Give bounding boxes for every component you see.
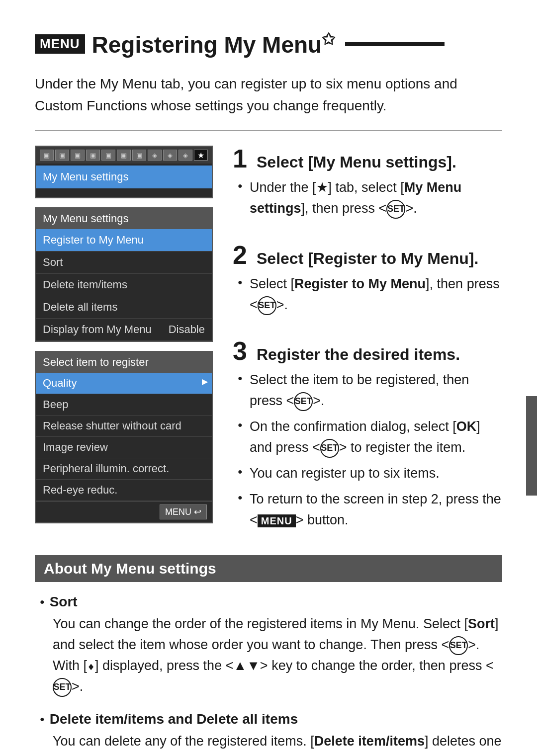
- tab-icon-2: ▣: [55, 150, 69, 161]
- step-3-block: 3 Register the desired items. Select the…: [233, 338, 502, 535]
- step-2-bullet-1: Select [Register to My Menu], then press…: [238, 274, 502, 316]
- step-2-title: Select [Register to My Menu].: [257, 250, 478, 268]
- step-3-header: 3 Register the desired items.: [233, 338, 502, 364]
- tab-icon-star: ★: [194, 150, 208, 161]
- about-item-delete: Delete item/items and Delete all items Y…: [35, 711, 502, 756]
- step-1-number: 1: [233, 146, 251, 171]
- instructions-column: 1 Select [My Menu settings]. Under the […: [233, 146, 502, 535]
- screen2-item-delete-all: Delete all items: [36, 296, 212, 319]
- screen2-item-register: Register to My Menu: [36, 229, 212, 252]
- step-3-number: 3: [233, 338, 251, 364]
- about-section: About My Menu settings Sort You can chan…: [35, 555, 502, 756]
- page-title: Registering My Menu✩: [92, 30, 336, 58]
- about-header: About My Menu settings: [35, 555, 502, 582]
- screen3-item-quality: Quality: [36, 373, 212, 394]
- step-2-block: 2 Select [Register to My Menu]. Select […: [233, 242, 502, 321]
- step-2-bullets: Select [Register to My Menu], then press…: [233, 274, 502, 321]
- menu-badge: MENU: [35, 34, 85, 54]
- step-3-bullets: Select the item to be registered, then p…: [233, 370, 502, 535]
- tab-icon-1: ▣: [40, 150, 54, 161]
- about-item-sort-text: You can change the order of the register…: [40, 614, 502, 697]
- screen2-header: My Menu settings: [36, 208, 212, 229]
- step-3-bullet-1: Select the item to be registered, then p…: [238, 370, 502, 412]
- about-item-sort: Sort You can change the order of the reg…: [35, 594, 502, 697]
- screen2-item-display: Display from My Menu Disable: [36, 319, 212, 341]
- step-1-header: 1 Select [My Menu settings].: [233, 146, 502, 171]
- tab-icons-row: ▣ ▣ ▣ ▣ ▣ ▣ ▣ ◈ ◈ ◈ ★: [36, 147, 212, 164]
- about-item-delete-title: Delete item/items and Delete all items: [40, 711, 502, 727]
- screen3-item-redeye: Red-eye reduc.: [36, 480, 212, 501]
- divider: [35, 130, 502, 131]
- menu-back-button: MENU ↩: [160, 504, 207, 519]
- tab-icon-4: ▣: [86, 150, 100, 161]
- step-1-bullets: Under the [★] tab, select [My Menu setti…: [233, 177, 502, 224]
- screen3-item-peripheral: Peripheral illumin. correct.: [36, 458, 212, 480]
- tab-icon-6: ▣: [117, 150, 131, 161]
- step-3-bullet-4: To return to the screen in step 2, press…: [238, 489, 502, 531]
- title-line: [345, 42, 445, 46]
- tab-icon-7: ▣: [132, 150, 146, 161]
- step-1-title: Select [My Menu settings].: [257, 153, 456, 171]
- screen3-item-image-review: Image review: [36, 437, 212, 458]
- screen3-item-beep: Beep: [36, 394, 212, 416]
- step-3-bullet-2: On the confirmation dialog, select [OK] …: [238, 417, 502, 458]
- screen1: ▣ ▣ ▣ ▣ ▣ ▣ ▣ ◈ ◈ ◈ ★ My Menu settings: [35, 146, 213, 198]
- step-2-header: 2 Select [Register to My Menu].: [233, 242, 502, 268]
- intro-text: Under the My Menu tab, you can register …: [35, 73, 502, 116]
- screen3-header: Select item to register: [36, 352, 212, 373]
- step-1-bullet-1: Under the [★] tab, select [My Menu setti…: [238, 177, 502, 219]
- step-2-number: 2: [233, 242, 251, 268]
- tab-icon-3: ▣: [71, 150, 85, 161]
- step-3-title: Register the desired items.: [257, 345, 460, 364]
- step-1-block: 1 Select [My Menu settings]. Under the […: [233, 146, 502, 224]
- screen3-item-release: Release shutter without card: [36, 416, 212, 437]
- step-3-bullet-3: You can register up to six items.: [238, 463, 502, 484]
- screen3-footer: MENU ↩: [36, 501, 212, 522]
- about-item-sort-title: Sort: [40, 594, 502, 610]
- screen2-item-delete: Delete item/items: [36, 274, 212, 296]
- screen3: Select item to register Quality Beep Rel…: [35, 351, 213, 523]
- steps-area: ▣ ▣ ▣ ▣ ▣ ▣ ▣ ◈ ◈ ◈ ★ My Menu settings M…: [35, 146, 502, 535]
- screen1-menu-item: My Menu settings: [36, 166, 212, 188]
- tab-icon-5: ▣: [101, 150, 115, 161]
- screens-column: ▣ ▣ ▣ ▣ ▣ ▣ ▣ ◈ ◈ ◈ ★ My Menu settings M…: [35, 146, 213, 535]
- page-title-bar: MENU Registering My Menu✩: [35, 30, 502, 58]
- screen2: My Menu settings Register to My Menu Sor…: [35, 207, 213, 342]
- tab-icon-10: ◈: [179, 150, 192, 161]
- about-item-delete-text: You can delete any of the registered ite…: [40, 731, 502, 756]
- screen2-item-sort: Sort: [36, 252, 212, 274]
- tab-icon-8: ◈: [148, 150, 162, 161]
- right-edge-bar: [526, 396, 537, 496]
- tab-icon-9: ◈: [163, 150, 177, 161]
